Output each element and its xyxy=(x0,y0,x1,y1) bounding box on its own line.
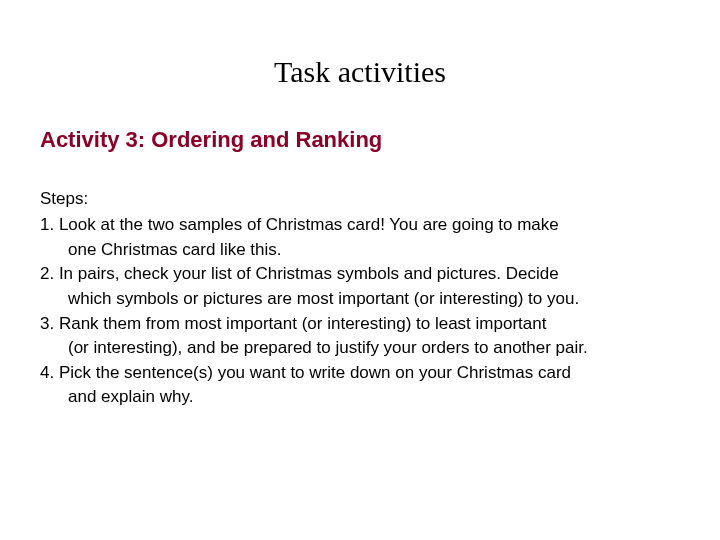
step-4-line-2: and explain why. xyxy=(40,385,680,410)
page-title: Task activities xyxy=(40,55,680,89)
step-1: 1. Look at the two samples of Christmas … xyxy=(40,213,680,262)
step-3-line-2: (or interesting), and be prepared to jus… xyxy=(40,336,680,361)
activity-heading: Activity 3: Ordering and Ranking xyxy=(40,127,680,153)
step-2-line-1: 2. In pairs, check your list of Christma… xyxy=(40,264,559,283)
step-3-line-1: 3. Rank them from most important (or int… xyxy=(40,314,546,333)
step-4: 4. Pick the sentence(s) you want to writ… xyxy=(40,361,680,410)
step-3: 3. Rank them from most important (or int… xyxy=(40,312,680,361)
steps-label: Steps: xyxy=(40,189,680,209)
step-2-line-2: which symbols or pictures are most impor… xyxy=(40,287,680,312)
step-4-line-1: 4. Pick the sentence(s) you want to writ… xyxy=(40,363,571,382)
slide: Task activities Activity 3: Ordering and… xyxy=(0,0,720,540)
step-1-line-1: 1. Look at the two samples of Christmas … xyxy=(40,215,559,234)
step-2: 2. In pairs, check your list of Christma… xyxy=(40,262,680,311)
step-1-line-2: one Christmas card like this. xyxy=(40,238,680,263)
